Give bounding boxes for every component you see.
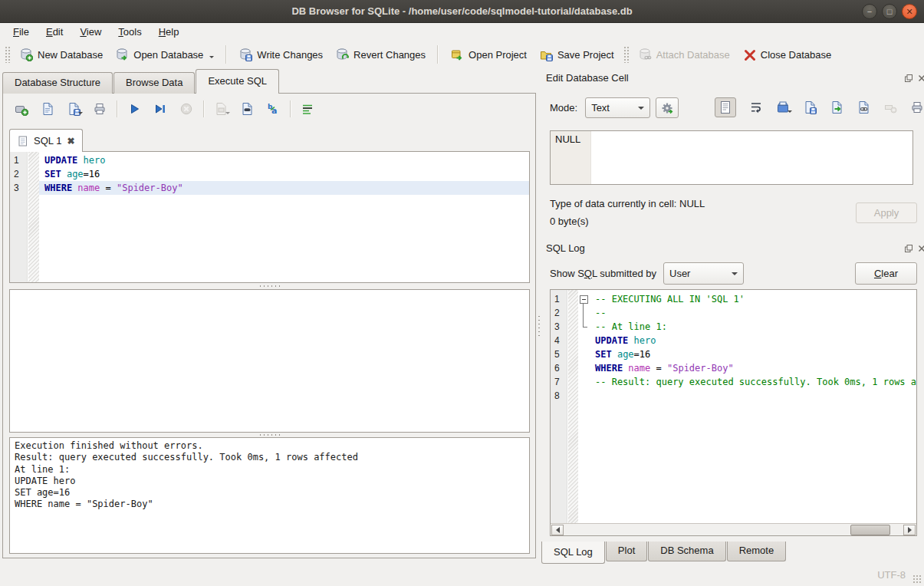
log-horizontal-scrollbar[interactable] [551,523,916,535]
tab-database-structure[interactable]: Database Structure [2,72,113,94]
code-text: SET age=16 [39,167,529,181]
save-project-icon [539,48,553,61]
float-dock-icon[interactable] [903,73,913,83]
cell-editor-toolbar [715,97,924,117]
dock-tab-plot[interactable]: Plot [606,542,647,561]
splitter-left-right[interactable] [536,94,541,558]
token-tbl: age [67,169,84,179]
new-database-button[interactable]: New Database [13,44,109,65]
code-text [590,389,916,403]
execute-all-button[interactable] [123,99,145,119]
token-cmt: -- At line 1: [595,321,667,332]
save-results-button[interactable] [210,99,232,119]
line-number: 8 [551,389,567,403]
tab-browse-data[interactable]: Browse Data [113,72,195,94]
change-marker [28,181,39,195]
open-database-button[interactable]: Open Database [109,44,220,65]
save-sql-file-button[interactable] [63,99,84,119]
toolbar-drag-handle[interactable] [623,46,629,63]
results-pane[interactable] [9,289,530,433]
toolbar-drag-handle[interactable] [5,46,10,63]
minimize-icon[interactable]: − [862,4,877,19]
cell-value-editor[interactable]: NULL [550,130,913,185]
menu-bar: FileEditViewToolsHelp [0,23,924,40]
write-changes-icon [238,48,252,61]
print-icon [93,102,107,116]
close-icon[interactable]: ✕ [902,4,917,19]
close-dock-icon[interactable] [916,73,924,83]
menu-edit[interactable]: Edit [38,25,71,39]
maximize-icon[interactable]: □ [882,4,897,19]
open-sql-file-button[interactable] [37,99,58,119]
auto-switch-mode-button[interactable] [656,97,679,118]
set-null-button[interactable] [880,97,901,117]
resize-grip[interactable] [912,574,922,584]
close-tab-icon[interactable]: ✖ [67,137,74,146]
dock-tab-db-schema[interactable]: DB Schema [648,542,725,561]
token-kw: SET [595,349,612,360]
text-mode-button[interactable] [715,97,736,117]
close-dock-icon[interactable] [916,243,924,253]
dock-tab-remote[interactable]: Remote [727,542,787,561]
revert-changes-button[interactable]: Revert Changes [329,44,432,65]
save-project-button[interactable]: Save Project [533,44,620,65]
clear-log-button[interactable]: Clear [855,262,917,285]
print-button[interactable] [89,99,110,119]
format-button[interactable]: ab [262,99,284,119]
copy-link-button[interactable] [853,97,874,117]
print-cell-button[interactable] [906,97,924,117]
attach-database-button[interactable]: Attach Database [632,44,736,65]
window-controls: − □ ✕ [862,4,917,19]
open-project-button[interactable]: Open Project [444,44,533,65]
execution-message-pane[interactable]: Execution finished without errors.Result… [9,437,530,554]
scroll-left-icon[interactable] [551,525,564,535]
change-marker [567,334,578,347]
tab-execute-sql[interactable]: Execute SQL [196,69,279,94]
float-dock-icon[interactable] [903,243,913,253]
word-wrap-button[interactable] [297,99,318,119]
toolbar-separator [290,100,291,117]
chevron-down-icon [209,56,214,61]
fold-toggle-icon[interactable] [578,292,590,306]
sql-log-view[interactable]: 1-- EXECUTING ALL IN 'SQL 1'2--3-- At li… [550,289,917,536]
import-data-button[interactable] [772,97,794,117]
menu-help[interactable]: Help [150,25,188,39]
code-line-6: 6WHERE name = "Spider-Boy" [551,361,916,375]
new-tab-button[interactable] [11,99,32,119]
apply-button[interactable]: Apply [856,202,917,223]
cell-mode-select[interactable]: Text [585,97,650,118]
main-tab-bar: Database StructureBrowse DataExecute SQL [2,69,280,94]
code-line-1: 1-- EXECUTING ALL IN 'SQL 1' [551,292,916,306]
sql-file-tab[interactable]: SQL 1 ✖ [9,129,83,152]
stop-button[interactable] [176,99,197,119]
find-button[interactable] [236,99,258,119]
scrollbar-thumb[interactable] [850,525,890,535]
new-tab-icon [15,102,28,116]
write-changes-button[interactable]: Write Changes [232,44,329,65]
code-line-3: 3-- At line 1: [551,320,916,334]
toolbar-button-label: Write Changes [257,49,323,61]
menu-view[interactable]: View [71,25,110,39]
execute-line-button[interactable] [150,99,171,119]
fold-guide [578,361,590,375]
menu-tools[interactable]: Tools [110,25,150,39]
code-text: WHERE name = "Spider-Boy" [39,181,529,195]
word-wrap-cell-button[interactable] [745,97,767,117]
dock-tab-sql-log[interactable]: SQL Log [541,542,605,564]
scroll-right-icon[interactable] [903,525,916,535]
token-cmt: -- [595,308,606,318]
code-text: WHERE name = "Spider-Boy" [590,361,916,375]
line-number: 6 [551,361,567,375]
sql-log-dock-buttons [903,243,924,253]
close-database-button[interactable]: Close Database [736,44,838,65]
log-filter-value: User [669,268,690,279]
copy-link-icon [857,100,870,114]
menu-file[interactable]: File [5,25,38,39]
splitter-editor-results[interactable] [9,283,530,289]
export-data-button[interactable] [799,97,820,117]
open-in-app-button[interactable] [826,97,847,117]
token-pl [77,155,83,166]
chevron-down-icon [78,112,83,117]
sql-editor[interactable]: 1UPDATE hero2SET age=163WHERE name = "Sp… [9,151,530,283]
log-filter-select[interactable]: User [663,262,744,285]
